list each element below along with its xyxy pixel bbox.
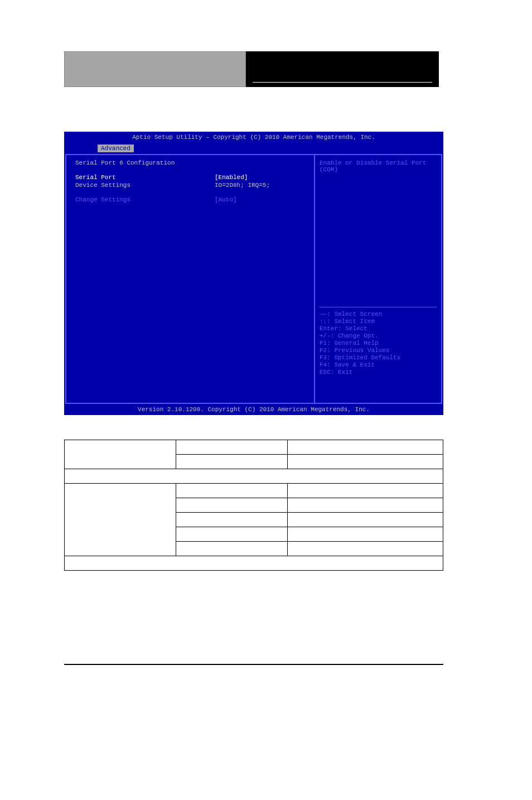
cell <box>176 455 288 469</box>
nav-help: →←: Select Screen ↑↓: Select Item Enter:… <box>320 311 437 376</box>
table-row <box>65 440 443 455</box>
value-device-settings: IO=2D8h; IRQ=5; <box>215 182 270 189</box>
cell <box>288 455 443 469</box>
section-title-text: Serial Port 6 Configuration <box>75 160 175 166</box>
nav-esc: ESC: Exit <box>320 369 437 375</box>
cell <box>176 484 288 498</box>
cell <box>176 440 288 455</box>
cell <box>65 469 443 484</box>
table-row <box>65 484 443 498</box>
row-change-settings[interactable]: Change Settings [Auto] <box>75 196 305 203</box>
help-line1: Enable or Disable Serial Port <box>320 160 437 166</box>
header-underline <box>253 82 432 83</box>
nav-f1: F1: General Help <box>320 340 437 346</box>
nav-select-screen: →←: Select Screen <box>320 311 437 317</box>
nav-f3: F3: Optimized Defaults <box>320 354 437 361</box>
table-row <box>65 469 443 484</box>
nav-enter: Enter: Select <box>320 325 437 332</box>
cell <box>288 513 443 527</box>
bios-title: Aptio Setup Utility – Copyright (C) 2010… <box>64 132 443 143</box>
cell <box>288 498 443 513</box>
nav-f4: F4: Save & Exit <box>320 362 437 368</box>
value-change-settings: [Auto] <box>215 196 237 203</box>
label-change-settings: Change Settings <box>75 196 215 203</box>
cell <box>176 513 288 527</box>
nav-change-opt: +/-: Change Opt. <box>320 332 437 339</box>
bios-help-panel: Enable or Disable Serial Port (COM) →←: … <box>314 155 441 403</box>
tab-advanced[interactable]: Advanced <box>98 144 134 152</box>
value-serial-port: [Enabled] <box>215 174 248 181</box>
row-device-settings: Device Settings IO=2D8h; IRQ=5; <box>75 182 305 189</box>
section-title: Serial Port 6 Configuration <box>75 160 305 166</box>
cell <box>65 556 443 571</box>
cell <box>176 527 288 542</box>
label-device-settings: Device Settings <box>75 182 215 189</box>
bios-tab-row: Advanced <box>64 143 443 154</box>
header-right-box <box>246 51 439 87</box>
cell <box>288 484 443 498</box>
bios-main-panel: Serial Port 6 Configuration Serial Port … <box>66 155 314 403</box>
cell <box>288 440 443 455</box>
help-line2: (COM) <box>320 166 437 173</box>
page-header <box>64 51 439 87</box>
help-description: Enable or Disable Serial Port (COM) <box>320 160 437 307</box>
bios-content: Serial Port 6 Configuration Serial Port … <box>65 154 442 404</box>
cell <box>65 440 176 469</box>
cell <box>288 542 443 556</box>
label-serial-port: Serial Port <box>75 174 215 181</box>
row-serial-port[interactable]: Serial Port [Enabled] <box>75 174 305 181</box>
table-row <box>65 556 443 571</box>
options-table <box>64 440 443 571</box>
header-left-box <box>64 51 246 87</box>
cell <box>65 484 176 556</box>
page-footer-line <box>64 664 443 665</box>
nav-f2: F2: Previous Values <box>320 347 437 354</box>
cell <box>176 542 288 556</box>
bios-footer: Version 2.10.1208. Copyright (C) 2010 Am… <box>64 404 443 415</box>
nav-select-item: ↑↓: Select Item <box>320 318 437 325</box>
help-divider <box>320 307 437 307</box>
bios-screenshot: Aptio Setup Utility – Copyright (C) 2010… <box>64 132 443 415</box>
cell <box>176 498 288 513</box>
cell <box>288 527 443 542</box>
